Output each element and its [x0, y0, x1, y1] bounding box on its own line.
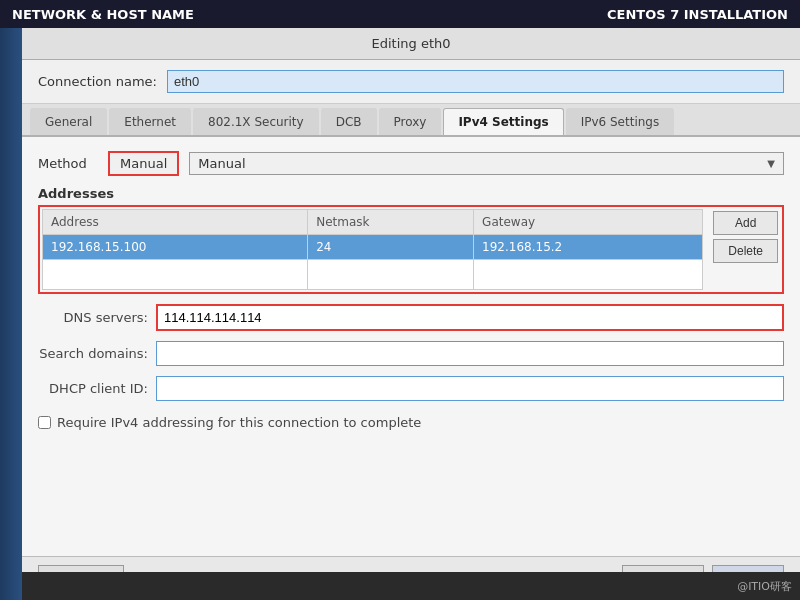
delete-button[interactable]: Delete	[713, 239, 778, 263]
status-text: @ITIO研客	[737, 579, 792, 594]
top-bar-right: CENTOS 7 INSTALLATION	[607, 7, 788, 22]
method-dropdown[interactable]: Manual ▼	[189, 152, 784, 175]
addresses-title: Addresses	[38, 186, 784, 201]
table-header-row: Address Netmask Gateway	[43, 210, 703, 235]
dns-field: DNS servers:	[38, 304, 784, 331]
dns-label: DNS servers:	[38, 310, 148, 325]
status-bar: @ITIO研客	[22, 572, 800, 600]
addr-buttons: Add Delete	[711, 209, 780, 290]
addresses-section: Addresses Address Netmask Gateway	[38, 186, 784, 294]
dhcp-input[interactable]	[156, 376, 784, 401]
dialog-body: Connection name: General Ethernet 802.1X…	[22, 60, 800, 600]
table-empty-row	[43, 260, 703, 290]
dns-input[interactable]	[156, 304, 784, 331]
tab-security[interactable]: 802.1X Security	[193, 108, 319, 135]
tab-ethernet[interactable]: Ethernet	[109, 108, 191, 135]
sidebar-stripe	[0, 28, 22, 600]
col-address: Address	[43, 210, 308, 235]
cell-address: 192.168.15.100	[43, 235, 308, 260]
table-row[interactable]: 192.168.15.100 24 192.168.15.2	[43, 235, 703, 260]
method-box: Manual	[108, 151, 179, 176]
tab-proxy[interactable]: Proxy	[379, 108, 442, 135]
search-field: Search domains:	[38, 341, 784, 366]
connection-name-label: Connection name:	[38, 74, 157, 89]
tab-ipv4[interactable]: IPv4 Settings	[443, 108, 563, 135]
top-bar-left: NETWORK & HOST NAME	[12, 7, 194, 22]
col-netmask: Netmask	[308, 210, 474, 235]
add-button[interactable]: Add	[713, 211, 778, 235]
dhcp-label: DHCP client ID:	[38, 381, 148, 396]
connection-name-row: Connection name:	[22, 60, 800, 104]
addresses-table: Address Netmask Gateway 192.168.15.100 2…	[42, 209, 703, 290]
col-gateway: Gateway	[474, 210, 703, 235]
tab-dcb[interactable]: DCB	[321, 108, 377, 135]
require-ipv4-row: Require IPv4 addressing for this connect…	[38, 415, 784, 430]
require-ipv4-checkbox[interactable]	[38, 416, 51, 429]
search-input[interactable]	[156, 341, 784, 366]
dialog-titlebar: Editing eth0	[22, 28, 800, 60]
settings-content: Method Manual Manual ▼ Addresses Address	[22, 137, 800, 556]
tab-general[interactable]: General	[30, 108, 107, 135]
tabs-bar: General Ethernet 802.1X Security DCB Pro…	[22, 104, 800, 137]
cell-netmask: 24	[308, 235, 474, 260]
method-row: Method Manual Manual ▼	[38, 151, 784, 176]
dhcp-field: DHCP client ID:	[38, 376, 784, 401]
dialog-overlay: Editing eth0 Connection name: General Et…	[22, 28, 800, 600]
dialog-title: Editing eth0	[371, 36, 450, 51]
method-value: Manual	[120, 156, 167, 171]
tab-ipv6[interactable]: IPv6 Settings	[566, 108, 675, 135]
require-ipv4-label: Require IPv4 addressing for this connect…	[57, 415, 421, 430]
connection-name-input[interactable]	[167, 70, 784, 93]
search-label: Search domains:	[38, 346, 148, 361]
addresses-wrapper: Address Netmask Gateway 192.168.15.100 2…	[38, 205, 784, 294]
method-dropdown-value: Manual	[198, 156, 245, 171]
top-bar: NETWORK & HOST NAME CENTOS 7 INSTALLATIO…	[0, 0, 800, 28]
method-label: Method	[38, 156, 98, 171]
cell-gateway: 192.168.15.2	[474, 235, 703, 260]
dropdown-arrow-icon: ▼	[767, 158, 775, 169]
